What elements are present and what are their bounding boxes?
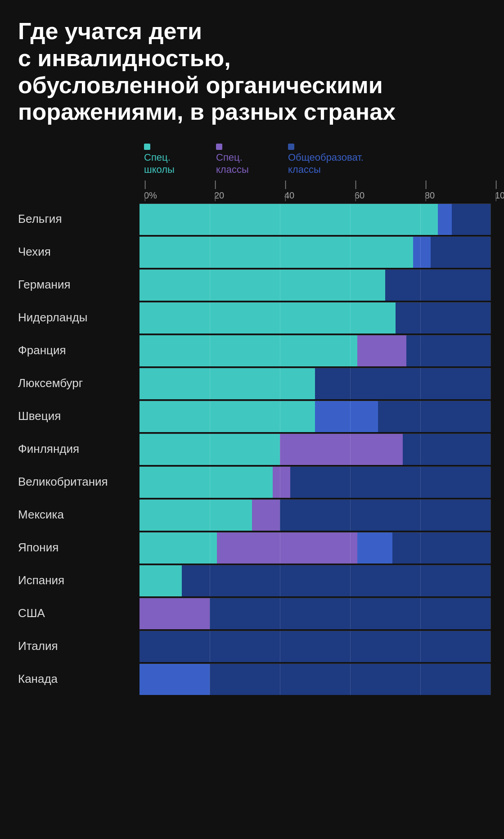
bar-segment-teal xyxy=(140,565,182,596)
bar-segment-darkblue xyxy=(403,434,490,465)
bar-row: Нидерланды xyxy=(18,302,486,334)
bar-row: Канада xyxy=(18,663,486,695)
bar-segment-purple xyxy=(252,500,280,531)
bar-container xyxy=(140,631,490,662)
bar-segment-purple xyxy=(217,532,357,564)
bar-segment-teal xyxy=(140,270,385,301)
bar-row: Финляндия xyxy=(18,433,486,465)
country-label: Люксембург xyxy=(18,368,140,399)
bar-container xyxy=(140,335,490,366)
bar-container xyxy=(140,269,490,301)
bar-container xyxy=(140,565,490,596)
bar-row: Германия xyxy=(18,269,486,301)
country-label: Франция xyxy=(18,335,140,366)
bar-container xyxy=(140,598,490,629)
country-label: Бельгия xyxy=(18,203,140,235)
country-label: Канада xyxy=(18,663,140,695)
bar-segment-darkblue xyxy=(140,631,490,662)
country-label: Великобритания xyxy=(18,466,140,498)
bar-row: США xyxy=(18,598,486,629)
legend-item-spec-school: Спец. школы xyxy=(144,144,216,176)
bar-segment-blue xyxy=(413,237,431,268)
bar-segment-purple xyxy=(140,598,210,629)
bar-segment-purple xyxy=(273,467,290,498)
bar-row: Испания xyxy=(18,565,486,596)
bar-segment-darkblue xyxy=(210,664,490,695)
bar-segment-blue xyxy=(140,664,210,695)
bar-segment-blue xyxy=(438,204,452,235)
country-label: Нидерланды xyxy=(18,302,140,334)
bar-segment-darkblue xyxy=(406,335,490,366)
country-label: Мексика xyxy=(18,499,140,531)
bar-segment-teal xyxy=(140,368,315,399)
bar-container xyxy=(140,401,490,432)
bar-row: Швеция xyxy=(18,401,486,432)
country-label: США xyxy=(18,598,140,629)
chart-area: 0%20406080100|||||| БельгияЧехияГермания… xyxy=(18,185,486,696)
country-label: Швеция xyxy=(18,401,140,432)
axis-row: 0%20406080100|||||| xyxy=(144,185,495,201)
bar-segment-darkblue xyxy=(452,204,490,235)
bar-row: Франция xyxy=(18,335,486,366)
country-label: Финляндия xyxy=(18,433,140,465)
legend-label-spec-school: Спец. школы xyxy=(144,152,175,176)
bar-container xyxy=(140,433,490,465)
country-label: Германия xyxy=(18,269,140,301)
bar-segment-teal xyxy=(140,302,396,334)
bar-row: Бельгия xyxy=(18,203,486,235)
bar-segment-teal xyxy=(140,335,357,366)
bar-row: Чехия xyxy=(18,236,486,268)
bar-segment-darkblue xyxy=(210,598,490,629)
country-label: Чехия xyxy=(18,236,140,268)
bar-segment-teal xyxy=(140,204,438,235)
bar-container xyxy=(140,663,490,695)
legend-label-spec-class: Спец. классы xyxy=(216,152,249,176)
legend-color-spec-class xyxy=(216,144,222,150)
bar-container xyxy=(140,466,490,498)
legend-color-spec-school xyxy=(144,144,150,150)
bar-segment-teal xyxy=(140,532,217,564)
bar-segment-blue xyxy=(315,401,378,432)
bar-container xyxy=(140,499,490,531)
bar-segment-darkblue xyxy=(392,532,490,564)
bar-segment-darkblue xyxy=(290,467,490,498)
country-label: Испания xyxy=(18,565,140,596)
bar-segment-blue xyxy=(357,532,392,564)
legend-label-general: Общеобразоват. классы xyxy=(288,152,364,176)
bars-container: БельгияЧехияГерманияНидерландыФранцияЛюк… xyxy=(18,203,486,696)
bar-segment-teal xyxy=(140,467,273,498)
bar-row: Италия xyxy=(18,631,486,662)
bar-container xyxy=(140,368,490,399)
bar-segment-teal xyxy=(140,500,252,531)
legend-item-general: Общеобразоват. классы xyxy=(288,144,360,176)
bar-container xyxy=(140,236,490,268)
legend-color-general xyxy=(288,144,294,150)
bar-segment-purple xyxy=(357,335,406,366)
bar-segment-purple xyxy=(280,434,403,465)
bar-segment-teal xyxy=(140,237,413,268)
bar-segment-darkblue xyxy=(182,565,490,596)
bar-row: Мексика xyxy=(18,499,486,531)
bar-container xyxy=(140,532,490,564)
bar-segment-teal xyxy=(140,401,315,432)
legend: Спец. школы Спец. классы Общеобразоват. … xyxy=(144,144,486,176)
bar-container xyxy=(140,302,490,334)
bar-row: Япония xyxy=(18,532,486,564)
legend-item-spec-class: Спец. классы xyxy=(216,144,288,176)
chart-title: Где учатся дети с инвалидностью, обуслов… xyxy=(18,18,486,126)
bar-row: Люксембург xyxy=(18,368,486,399)
country-label: Япония xyxy=(18,532,140,564)
bar-segment-darkblue xyxy=(315,368,490,399)
bar-segment-teal xyxy=(140,434,280,465)
bar-segment-darkblue xyxy=(396,302,490,334)
bar-segment-darkblue xyxy=(378,401,490,432)
bar-row: Великобритания xyxy=(18,466,486,498)
bar-segment-darkblue xyxy=(385,270,490,301)
bar-segment-darkblue xyxy=(280,500,490,531)
bar-container xyxy=(140,203,490,235)
country-label: Италия xyxy=(18,631,140,662)
bar-segment-darkblue xyxy=(431,237,490,268)
